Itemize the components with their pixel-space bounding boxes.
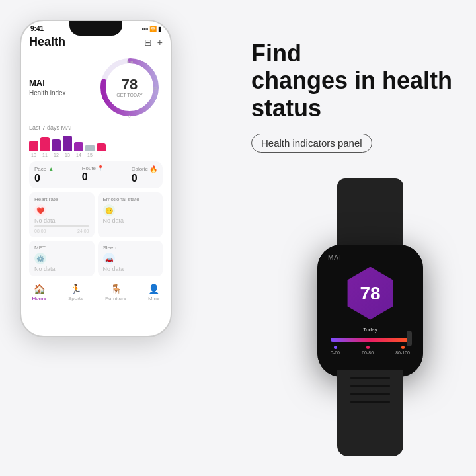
bar-6 [85,145,95,151]
sleep-nodata: No data [103,266,158,272]
mai-section: MAI Health index [29,54,163,120]
met-nodata: No data [34,266,89,272]
watch-mai-label: MAI [328,254,342,261]
phone-mockup: 9:41 ▪▪▪ 🛜 ▮ Health ⊟ + [20,20,172,337]
calorie-label: Calorie 🔥 [132,165,157,173]
home-icon: 🏠 [34,284,45,294]
bar-2 [40,137,50,151]
strap-hole-1 [350,377,390,379]
health-indicators-badge: Health indicators panel [251,134,372,153]
phone-wrapper: 9:41 ▪▪▪ 🛜 ▮ Health ⊟ + [20,20,172,456]
watch-gradient-bar [331,338,410,342]
sports-icon: 🏃 [70,284,81,294]
watch-range-low: 0-60 [331,346,340,355]
right-content: Find changes in health status Health ind… [251,40,456,153]
dot-orange [401,346,405,349]
svg-text:50: 50 [153,87,157,91]
phone-header: Health ⊟ + [29,35,163,49]
headline-line2: changes in health status [251,67,452,121]
bar-3 [52,139,61,151]
heart-rate-timebar: 08:00 24:00 [34,229,89,233]
mai-info: MAI Health index [29,78,66,97]
headline: Find changes in health status [251,40,456,122]
dot-pink [366,346,370,349]
strap-hole-4 [350,401,390,403]
furniture-icon: 🪑 [110,284,122,294]
mai-subtitle: Health index [29,89,66,97]
status-time: 9:41 [30,25,44,32]
strap-holes [337,370,403,403]
route-icon: 📍 [97,165,104,171]
phone-content: Health ⊟ + MAI Health index [21,32,171,276]
headline-line1: Find [251,40,301,67]
stats-row: Pace ▲ 0 Route 📍 0 Calo [29,161,163,188]
emotional-nodata: No data [103,218,158,224]
pace-label: Pace ▲ [34,165,54,173]
heart-rate-title: Heart rate [34,196,89,202]
bar-label-arrow: → [97,153,106,157]
met-title: MET [34,245,89,251]
watch-crown [407,331,412,346]
bar-chart [29,133,163,151]
nav-mine[interactable]: 👤 Mine [148,284,159,301]
watch-range-mid: 60-80 [362,346,374,355]
sleep-card: Sleep 🚗 No data [98,241,163,276]
status-icons: ▪▪▪ 🛜 ▮ [141,26,161,32]
minimize-icon[interactable]: ⊟ [144,37,152,48]
pace-value: 0 [34,173,40,184]
bar-label-5: 14 [74,153,83,157]
heart-rate-nodata: No data [34,218,89,224]
gauge-sub: GET TODAY [116,93,143,97]
bar-5 [74,142,83,151]
bar-7 [97,143,106,151]
watch-screen: MAI 78 Today 0-60 60-80 [317,245,423,377]
route-stat: Route 📍 0 [82,165,104,184]
bar-1 [29,141,38,151]
pace-icon: ▲ [48,165,54,173]
heart-rate-card: Heart rate ❤️ No data 08:00 24:00 [29,192,95,237]
watch-range-high: 80-100 [395,346,410,355]
dot-purple [334,346,337,349]
sleep-icon: 🚗 [103,253,115,264]
met-icon: ⚙️ [34,253,46,264]
bar-labels: 10 11 12 13 14 15 → [29,153,163,157]
strap-hole-2 [350,385,390,387]
nav-home[interactable]: 🏠 Home [32,284,46,301]
route-label: Route 📍 [82,165,104,171]
strap-hole-3 [350,393,390,395]
pace-stat: Pace ▲ 0 [34,165,54,184]
watch-strap-top [337,178,403,251]
phone-notch [69,21,122,36]
nav-furniture[interactable]: 🪑 Furniture [105,284,126,301]
mai-title: MAI [29,78,66,89]
calorie-icon: 🔥 [149,165,157,173]
emotional-card: Emotional state 😐 No data [98,192,163,237]
add-icon[interactable]: + [157,37,163,48]
nav-sports[interactable]: 🏃 Sports [68,284,83,301]
calorie-value: 0 [132,173,138,184]
phone-header-actions: ⊟ + [144,37,163,48]
watch-wrapper: MAI 78 Today 0-60 60-80 [304,178,436,456]
health-cards-grid: Heart rate ❤️ No data 08:00 24:00 Emotio… [29,192,163,276]
sleep-title: Sleep [103,245,158,251]
bottom-nav: 🏠 Home 🏃 Sports 🪑 Furniture 👤 Mine [21,280,171,304]
wifi-icon: 🛜 [149,26,157,32]
watch-body: MAI 78 Today 0-60 60-80 [317,245,423,377]
gauge-center: 78 GET TODAY [116,77,143,97]
bar-label-4: 13 [63,153,72,157]
battery-icon: ▮ [158,26,161,32]
emotional-icon: 😐 [103,204,115,216]
bar-label-2: 11 [40,153,50,157]
watch-today: Today [363,327,377,333]
mine-icon: 👤 [148,284,159,294]
calorie-stat: Calorie 🔥 0 [132,165,157,184]
heart-rate-icon: ❤️ [34,204,46,216]
gauge-value: 78 [116,77,143,92]
bar-4 [63,136,72,151]
bar-label-3: 12 [52,153,61,157]
watch-value: 78 [360,284,380,303]
watch-ranges: 0-60 60-80 80-100 [331,346,410,355]
svg-text:100: 100 [126,60,134,64]
met-card: MET ⚙️ No data [29,241,95,276]
signal-icon: ▪▪▪ [141,26,148,32]
